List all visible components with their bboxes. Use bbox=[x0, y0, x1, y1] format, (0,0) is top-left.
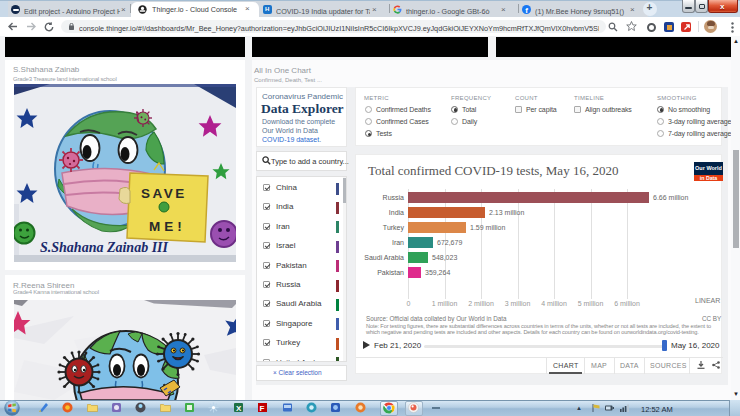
svg-text:ME!: ME! bbox=[149, 219, 186, 234]
svg-text:SAVE: SAVE bbox=[141, 186, 187, 201]
svg-text:S.Shahana Zainab III: S.Shahana Zainab III bbox=[40, 240, 169, 255]
svg-text:X: X bbox=[236, 404, 242, 413]
svg-text:F: F bbox=[260, 404, 265, 413]
